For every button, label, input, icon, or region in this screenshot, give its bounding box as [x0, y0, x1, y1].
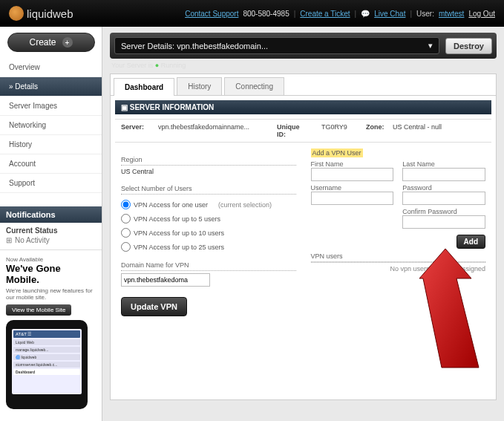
plus-icon: + — [62, 37, 73, 48]
region-label: Region — [121, 154, 296, 166]
phone-row: Liquid Web — [13, 339, 80, 345]
contact-support-link[interactable]: Contact Support — [185, 10, 238, 18]
update-vpn-button[interactable]: Update VPN — [121, 297, 187, 316]
add-vpn-user-text: Add a VPN User — [311, 149, 363, 157]
notifications-header: Notifications — [0, 206, 102, 223]
promo-subtext: We're launching new features for our mob… — [6, 287, 96, 301]
sidebar: Create + Overview » Details Server Image… — [0, 27, 102, 421]
plan-option-1[interactable]: VPN Access for one user(current selectio… — [121, 198, 296, 212]
password-input[interactable] — [402, 192, 485, 205]
chevron-down-icon: ▾ — [428, 41, 433, 50]
running-icon: ● — [155, 62, 159, 69]
last-name-label: Last Name — [402, 160, 485, 168]
main-content: Server Details: vpn.thebestfakedomain...… — [102, 27, 504, 421]
tab-history[interactable]: History — [177, 77, 222, 95]
plan-option-2[interactable]: VPN Access for up to 5 users — [121, 212, 296, 226]
sidebar-item-details[interactable]: » Details — [0, 77, 102, 97]
server-select-label: Server Details: vpn.thebestfakedomain... — [121, 42, 268, 50]
confirm-password-label: Confirm Password — [402, 208, 485, 215]
topbar: liquidweb Contact Support 800-580-4985 |… — [0, 0, 504, 27]
phone-row: manage.liquidweb... — [13, 347, 80, 353]
server-select[interactable]: Server Details: vpn.thebestfakedomain...… — [114, 37, 439, 54]
top-nav: Contact Support 800-580-4985 | Create a … — [185, 10, 495, 18]
region-value: US Central — [121, 166, 296, 177]
left-column: Region US Central Select Number of Users… — [121, 149, 296, 316]
sidebar-item-server-images[interactable]: Server Images — [0, 97, 102, 116]
tab-dashboard[interactable]: Dashboard — [114, 78, 174, 96]
add-button[interactable]: Add — [456, 235, 485, 249]
current-status-value: No Activity — [15, 236, 50, 244]
create-label: Create — [29, 37, 56, 48]
phone-row: 🌀 liquidweb — [13, 354, 80, 360]
brand-name: liquidweb — [27, 7, 73, 20]
sidebar-item-history[interactable]: History — [0, 135, 102, 154]
tab-connecting[interactable]: Connecting — [224, 77, 284, 95]
panel: Dashboard History Connecting ▣ SERVER IN… — [110, 74, 497, 400]
status-prefix: Your Server is — [111, 62, 153, 69]
sidebar-item-account[interactable]: Account — [0, 154, 102, 174]
plan-label-2: VPN Access for up to 5 users — [134, 215, 220, 223]
main-header: Server Details: vpn.thebestfakedomain...… — [110, 33, 497, 59]
plan-label-3: VPN Access for up to 10 users — [134, 229, 224, 237]
plan-label-4: VPN Access for up to 25 users — [134, 244, 224, 251]
tabs: Dashboard History Connecting — [111, 74, 496, 96]
collapse-icon[interactable]: ▣ — [121, 103, 128, 111]
plan-radio-3[interactable] — [121, 228, 131, 238]
right-column: Add a VPN User First Name Last Name User… — [311, 149, 486, 316]
first-name-label: First Name — [311, 160, 394, 168]
add-user-form: First Name Last Name Username Passw — [311, 160, 486, 229]
create-ticket-link[interactable]: Create a Ticket — [300, 10, 350, 18]
domain-name-input[interactable] — [121, 273, 210, 287]
username-label: Username — [311, 184, 394, 192]
sidebar-nav: Overview » Details Server Images Network… — [0, 58, 102, 193]
uid-value: TG0RY9 — [315, 120, 360, 142]
num-users-label: Select Number of Users — [121, 183, 296, 195]
logout-link[interactable]: Log Out — [468, 10, 495, 18]
phone-bar: AT&T ☰ — [13, 330, 80, 338]
section-title: SERVER INFORMATION — [130, 103, 215, 111]
create-button[interactable]: Create + — [7, 33, 95, 52]
last-name-input[interactable] — [402, 168, 485, 181]
sidebar-item-support[interactable]: Support — [0, 174, 102, 193]
add-vpn-user-title: Add a VPN User — [311, 149, 486, 157]
separator: | — [294, 10, 296, 18]
confirm-password-input[interactable] — [402, 215, 485, 229]
domain-name-label: Domain Name for VPN — [121, 260, 296, 271]
plan-label-1: VPN Access for one user — [134, 201, 208, 209]
plan-option-4[interactable]: VPN Access for up to 25 users — [121, 240, 296, 254]
chat-icon: 💬 — [361, 10, 370, 18]
server-info-header: ▣ SERVER INFORMATION — [115, 100, 491, 114]
sidebar-item-overview[interactable]: Overview — [0, 58, 102, 77]
phone-dashboard: Dashboard — [13, 369, 80, 375]
current-status-label: Current Status — [6, 226, 96, 235]
plan-radio-1[interactable] — [121, 200, 131, 209]
uid-label: Unique ID: — [271, 120, 315, 142]
support-phone: 800-580-4985 — [243, 10, 289, 18]
destroy-button[interactable]: Destroy — [445, 38, 492, 54]
server-info-row: Server: vpn.thebestfakedomainname... Uni… — [115, 119, 491, 143]
promo-headline: We've Gone Mobile. — [6, 263, 96, 285]
user-link[interactable]: mtwtest — [439, 10, 464, 18]
first-name-input[interactable] — [311, 168, 394, 181]
plan-radio-4[interactable] — [121, 242, 131, 252]
user-label: User: — [416, 10, 434, 18]
server-value: vpn.thebestfakedomainname... — [152, 120, 271, 142]
status-value: Running — [161, 62, 186, 69]
promo-eyebrow: Now Available — [6, 256, 96, 263]
plan-option-3[interactable]: VPN Access for up to 10 users — [121, 226, 296, 240]
separator: | — [410, 10, 412, 18]
separator: | — [355, 10, 357, 18]
password-label: Password — [402, 184, 485, 192]
view-mobile-site-button[interactable]: View the Mobile Site — [6, 304, 71, 316]
expand-icon[interactable]: ⊞ — [6, 236, 12, 244]
username-input[interactable] — [311, 192, 394, 205]
plan-radio-2[interactable] — [121, 214, 131, 223]
sidebar-item-networking[interactable]: Networking — [0, 116, 102, 135]
live-chat-link[interactable]: Live Chat — [374, 10, 405, 18]
server-status-line: Your Server is ● Running — [110, 59, 497, 72]
current-status-row: ⊞ No Activity — [6, 235, 96, 246]
phone-row: stormserver.liquidweb.c... — [13, 362, 80, 368]
content-columns: Region US Central Select Number of Users… — [111, 143, 496, 322]
page: Create + Overview » Details Server Image… — [0, 27, 504, 421]
user-plan-radios: VPN Access for one user(current selectio… — [121, 198, 296, 254]
